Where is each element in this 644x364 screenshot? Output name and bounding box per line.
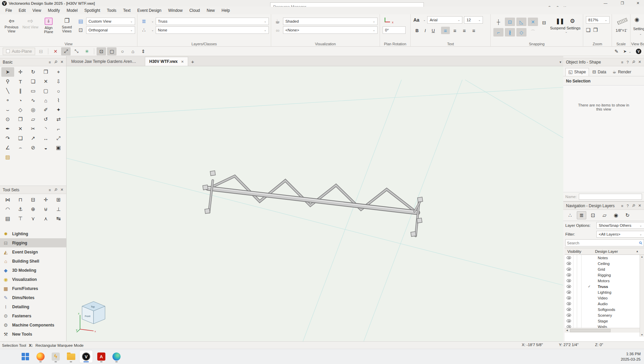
fit-objects-icon[interactable]: ❐ [593,27,597,33]
font-family-dropdown[interactable]: Arial⌄ [427,16,462,24]
panel-menu-icon[interactable]: ≡ [621,204,623,208]
oval-marquee-icon[interactable]: ○ [118,47,127,55]
italic-button[interactable]: I [421,27,429,34]
layer-row[interactable]: Ceiling [565,261,644,266]
line-tool[interactable]: ╲ [1,86,14,96]
palette-pin-icon[interactable]: ⚲ [53,59,58,65]
eyedropper-tool[interactable]: ✐ [40,105,52,115]
saved-views-button[interactable]: ❐ Saved Views [58,16,76,33]
grid-snap-icon[interactable]: ┼ [493,18,504,26]
menu-modify[interactable]: Modify [45,8,63,13]
suspend-caret-icon[interactable]: ⌄ [565,30,568,33]
distribute-hoists-tool[interactable]: ↹ [52,214,65,223]
menu-tools[interactable]: Tools [104,8,120,13]
references-icon[interactable]: ↻ [623,211,632,219]
view-cube[interactable]: Top Front z x y [76,297,110,333]
align-plane-button[interactable]: ⇩ Align Plane [41,16,57,34]
drag-mode-icon[interactable]: ⊡ [97,47,106,55]
basic-palette-header[interactable]: Basic ≡ ⚲ ✕ [0,58,66,66]
menu-help[interactable]: Help [218,8,233,13]
scroll-left-icon[interactable]: ◄ [565,329,569,332]
layer-name[interactable]: Lighting [597,290,640,294]
toolset-new-tools[interactable]: ⚒ New Tools [0,330,66,339]
translate-view-tool[interactable]: ❐ [40,67,52,77]
vertical-scrollbar[interactable]: ▲ ▼ [640,255,644,337]
working-plane-snap-icon[interactable]: ⊟ [540,18,548,27]
tab-render[interactable]: ☕ Render [610,68,634,76]
font-style-icon[interactable]: Aa [413,17,419,23]
scrollbar-thumb[interactable] [570,329,611,332]
layer-name[interactable]: Scenery [597,313,640,317]
freehand-tool[interactable]: ∿ [27,96,40,105]
layer-name[interactable]: Stage [597,319,640,323]
toolset-building-shell[interactable]: ⌂ Building Shell [0,257,66,266]
layer-name[interactable]: Softgoods [597,308,640,312]
auto-plane-checkbox[interactable] [6,49,10,53]
design-layer-column-header[interactable]: Design Layer [586,249,636,253]
scroll-down-icon[interactable]: ▼ [641,334,643,336]
render-style-icon[interactable]: ∞ [274,27,281,33]
distance-snap-icon[interactable]: ∦ [505,28,515,37]
offset-tool[interactable]: ↷ [1,134,14,143]
horizontal-scrollbar[interactable]: ◄ ► [565,328,644,333]
layer-row[interactable]: Grid [565,266,644,272]
panel-menu-icon[interactable]: ≡ [621,60,623,64]
oval-tool[interactable]: ⚬ [1,96,14,105]
working-plane-icon[interactable]: ⊟ [36,47,46,55]
visibility-eye-icon[interactable] [565,307,573,312]
polyline-tool[interactable]: ⌇ [52,96,65,105]
menu-edit[interactable]: Edit [15,8,29,13]
view-mode-icon[interactable]: ▤ [77,18,84,24]
drawing-canvas[interactable]: Top Front z x y [67,66,563,341]
truss-object[interactable] [208,176,420,236]
next-view-button[interactable]: ⇨ Next View [22,16,39,29]
text-tool[interactable]: T [14,77,27,86]
layer-row[interactable]: ✓ Truss [565,284,644,289]
fillet-tool[interactable]: ◝ [40,124,52,134]
toolset-visualization[interactable]: ◉ Visualization [0,275,66,284]
interactive-scale-icon[interactable]: ⤢ [61,47,71,55]
layer-name[interactable]: Video [597,296,640,300]
angle-snap-icon[interactable]: ◺ [516,18,526,26]
object-info-header[interactable]: Object Info - Shape ≡ ? ⚲ ✕ [563,58,644,66]
chamfer-tool[interactable]: ⌐ [52,124,65,134]
layer-name[interactable]: Walls [597,325,640,328]
truss-drawing[interactable] [67,66,563,341]
ruler-icon[interactable] [617,18,628,25]
intersection-snap-icon[interactable]: ✕ [528,18,538,26]
layer-name[interactable]: Audio [597,302,640,306]
move-by-points-tool[interactable]: ↗ [27,134,40,143]
panel-help-icon[interactable]: ? [627,60,629,64]
menu-model[interactable]: Model [63,8,81,13]
fit-page-icon[interactable]: ❏ [586,27,590,33]
toolset-event-design[interactable]: ◭ Event Design [0,247,66,257]
curved-truss-tool[interactable]: ◠ [1,204,14,214]
active-class-dropdown[interactable]: None⌄ [156,26,269,34]
layer-row[interactable]: Walls 1 [565,324,644,328]
tab-overflow-icon[interactable]: ▾ [560,60,561,64]
layer-name[interactable]: Ceiling [597,262,640,266]
callout-tool[interactable]: ❏ [27,77,40,86]
align-justify-button[interactable]: ≡ [469,27,478,34]
palette-close-icon[interactable]: ✕ [60,188,63,192]
symbol-scale-icon[interactable]: ⇕ [138,47,148,55]
toolset-fasteners[interactable]: ⚙ Fasteners [0,311,66,320]
file-explorer-icon[interactable] [65,350,77,363]
split-tool[interactable]: ✒ [1,124,14,134]
start-button[interactable] [19,350,32,363]
layer-table-header[interactable]: Visibility Design Layer ▲ [565,248,644,255]
panel-close-icon[interactable]: ✕ [638,60,641,64]
panel-close-icon[interactable]: ✕ [638,203,641,208]
cursor-settings-icon[interactable]: ➤⌄ [623,49,631,54]
panel-pin-icon[interactable]: ⚲ [631,203,636,208]
menu-event-design[interactable]: Event Design [134,8,165,13]
diameter-dimension-tool[interactable]: ⊘ [27,143,40,152]
view-bar-eye-icon[interactable]: ◉ [633,16,639,23]
curve-tool[interactable]: ⌣ [1,105,14,115]
name-field-input[interactable] [579,194,642,200]
layer-name[interactable]: Motors [597,279,640,283]
mirror-tool[interactable]: ⇄ [52,115,65,124]
align-right-button[interactable]: ≡ [460,27,469,34]
unconstrained-dimension-tool[interactable]: ⤢ [52,134,65,143]
visibility-eye-icon[interactable] [565,284,573,289]
